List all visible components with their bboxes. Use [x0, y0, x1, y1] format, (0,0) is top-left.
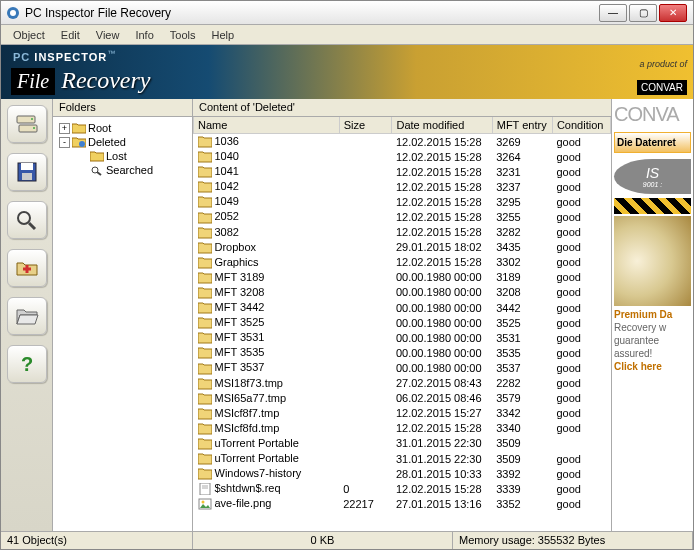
banner-inspector: INSPECTOR — [30, 51, 107, 63]
column-date-modified[interactable]: Date modified — [392, 117, 492, 134]
svg-point-5 — [33, 127, 35, 129]
table-row[interactable]: Graphics12.02.2015 15:283302good — [194, 255, 611, 270]
menu-edit[interactable]: Edit — [53, 27, 88, 43]
folder-icon — [198, 227, 212, 239]
column-name[interactable]: Name — [194, 117, 340, 134]
table-row[interactable]: 103612.02.2015 15:283269good — [194, 134, 611, 150]
column-size[interactable]: Size — [339, 117, 392, 134]
menu-view[interactable]: View — [88, 27, 128, 43]
folder-icon — [198, 257, 212, 269]
menu-object[interactable]: Object — [5, 27, 53, 43]
banner-recovery: Recovery — [61, 67, 150, 94]
table-row[interactable]: MSIcf8f7.tmp12.02.2015 15:273342good — [194, 406, 611, 421]
status-objects: 41 Object(s) — [1, 532, 193, 549]
table-row[interactable]: MSI65a77.tmp06.02.2015 08:463579good — [194, 391, 611, 406]
file-list: NameSizeDate modifiedMFT entryCondition … — [193, 117, 611, 511]
table-row[interactable]: MSIcf8fd.tmp12.02.2015 15:283340good — [194, 421, 611, 436]
table-row[interactable]: Windows7-history28.01.2015 10:333392good — [194, 466, 611, 481]
table-row[interactable]: 104212.02.2015 15:283237good — [194, 179, 611, 194]
menu-info[interactable]: Info — [127, 27, 161, 43]
svg-point-4 — [31, 118, 33, 120]
table-row[interactable]: 308212.02.2015 15:283282good — [194, 225, 611, 240]
table-row[interactable]: MFT 352500.00.1980 00:003525good — [194, 315, 611, 330]
menu-help[interactable]: Help — [203, 27, 242, 43]
ad-image — [614, 216, 691, 306]
image-icon — [198, 498, 212, 510]
table-row[interactable]: MFT 353100.00.1980 00:003531good — [194, 330, 611, 345]
ad-stripe — [614, 198, 691, 214]
table-row[interactable]: 104912.02.2015 15:283295good — [194, 194, 611, 209]
column-condition[interactable]: Condition — [552, 117, 610, 134]
table-row[interactable]: $shtdwn$.req012.02.2015 15:283339good — [194, 481, 611, 496]
file-list-scroll[interactable]: NameSizeDate modifiedMFT entryCondition … — [193, 117, 611, 531]
svg-line-14 — [97, 172, 101, 175]
table-row[interactable]: MSI18f73.tmp27.02.2015 08:432282good — [194, 376, 611, 391]
svg-rect-15 — [200, 483, 210, 495]
table-row[interactable]: 205212.02.2015 15:283255good — [194, 209, 611, 224]
tree-item-lost[interactable]: Lost — [57, 149, 188, 163]
maximize-button[interactable]: ▢ — [629, 4, 657, 22]
window-title: PC Inspector File Recovery — [25, 6, 599, 20]
ad-orange-box: Die Datenret — [614, 132, 691, 153]
table-row[interactable]: uTorrent Portable31.01.2015 22:303509goo… — [194, 451, 611, 466]
folders-pane: Folders +Root-DeletedLostSearched — [53, 99, 193, 531]
table-row[interactable]: MFT 353700.00.1980 00:003537good — [194, 360, 611, 375]
folder-icon — [198, 468, 212, 480]
banner-pc: PC — [13, 51, 30, 63]
window-controls: — ▢ ✕ — [599, 4, 687, 22]
table-row[interactable]: MFT 344200.00.1980 00:003442good — [194, 300, 611, 315]
folder-icon — [198, 378, 212, 390]
folder-icon — [72, 123, 86, 134]
table-row[interactable]: uTorrent Portable31.01.2015 22:303509 — [194, 436, 611, 451]
table-row[interactable]: ave-file.png2221727.01.2015 13:163352goo… — [194, 496, 611, 511]
folder-recycle-icon — [72, 137, 86, 148]
search-button[interactable] — [7, 201, 47, 239]
svg-point-1 — [10, 10, 16, 16]
open-button[interactable] — [7, 297, 47, 335]
expander-icon[interactable]: - — [59, 137, 70, 148]
tree-item-deleted[interactable]: -Deleted — [57, 135, 188, 149]
menu-tools[interactable]: Tools — [162, 27, 204, 43]
table-row[interactable]: 104012.02.2015 15:283264good — [194, 149, 611, 164]
drives-button[interactable] — [7, 105, 47, 143]
folder-icon — [198, 212, 212, 224]
tree-label: Searched — [106, 164, 153, 176]
tree-label: Root — [88, 122, 111, 134]
help-button[interactable]: ? — [7, 345, 47, 383]
svg-point-9 — [18, 212, 30, 224]
tree-item-searched[interactable]: Searched — [57, 163, 188, 177]
menubar: ObjectEditViewInfoToolsHelp — [1, 25, 693, 45]
folder-icon — [198, 151, 212, 163]
ad-text: Premium DaRecovery wguaranteeassured!Cli… — [614, 308, 691, 373]
main-pane: Content of 'Deleted' NameSizeDate modifi… — [193, 99, 611, 531]
folder-tree: +Root-DeletedLostSearched — [53, 117, 192, 181]
column-mft-entry[interactable]: MFT entry — [492, 117, 552, 134]
folder-icon — [198, 287, 212, 299]
svg-point-19 — [201, 501, 204, 504]
close-button[interactable]: ✕ — [659, 4, 687, 22]
trademark-icon: ™ — [107, 49, 116, 58]
svg-point-12 — [79, 141, 85, 147]
ad-iso-text: IS — [646, 165, 659, 181]
table-row[interactable]: MFT 320800.00.1980 00:003208good — [194, 285, 611, 300]
titlebar: PC Inspector File Recovery — ▢ ✕ — [1, 1, 693, 25]
folder-icon — [198, 196, 212, 208]
content-header: Content of 'Deleted' — [193, 99, 611, 117]
banner: PC INSPECTOR™ File Recovery a product of… — [1, 45, 693, 99]
app-icon — [5, 5, 21, 21]
table-row[interactable]: Dropbox29.01.2015 18:023435good — [194, 240, 611, 255]
column-headers: NameSizeDate modifiedMFT entryCondition — [194, 117, 611, 134]
save-button[interactable] — [7, 153, 47, 191]
banner-filerecovery: File Recovery — [11, 67, 150, 95]
recover-button[interactable] — [7, 249, 47, 287]
table-row[interactable]: MFT 318900.00.1980 00:003189good — [194, 270, 611, 285]
folder-icon — [198, 317, 212, 329]
minimize-button[interactable]: — — [599, 4, 627, 22]
table-row[interactable]: 104112.02.2015 15:283231good — [194, 164, 611, 179]
svg-text:?: ? — [21, 353, 33, 375]
ad-iso-small: 9001 : — [616, 181, 689, 188]
statusbar: 41 Object(s) 0 KB Memory usage: 355532 B… — [1, 531, 693, 549]
table-row[interactable]: MFT 353500.00.1980 00:003535good — [194, 345, 611, 360]
tree-item-root[interactable]: +Root — [57, 121, 188, 135]
expander-icon[interactable]: + — [59, 123, 70, 134]
